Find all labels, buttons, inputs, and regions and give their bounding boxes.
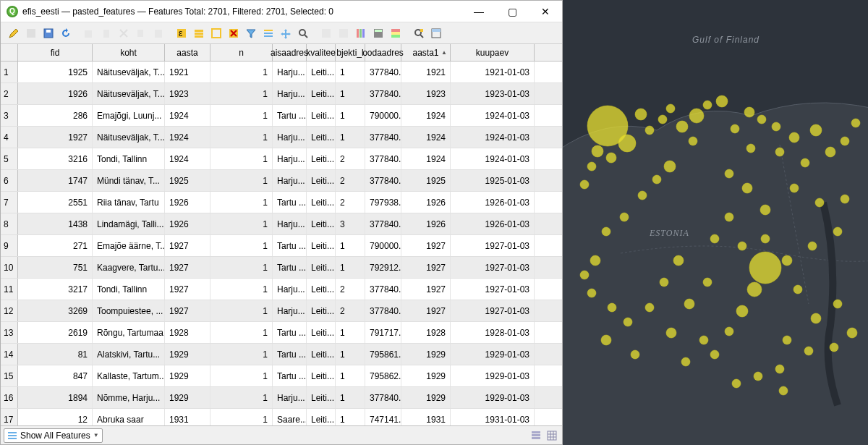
- table-row[interactable]: 81438Lindamägi, Talli...19261Harju...Lei…: [1, 213, 562, 235]
- cell-aasta[interactable]: 1929: [165, 365, 210, 386]
- cell-obj[interactable]: 1: [336, 83, 365, 104]
- cell-fid[interactable]: 3269: [18, 300, 93, 321]
- table-row[interactable]: 132619Rõngu, Tartumaa19281Tartu ...Leiti…: [1, 322, 562, 344]
- field-calc-icon[interactable]: [370, 25, 386, 41]
- column-header-kuup[interactable]: kuupaev: [451, 44, 535, 61]
- cell-a1[interactable]: 1925: [401, 170, 451, 191]
- cell-obj[interactable]: 2: [336, 279, 365, 300]
- cell-kval[interactable]: Leiti...: [307, 300, 336, 321]
- cell-obj[interactable]: 1: [336, 62, 365, 82]
- cell-aasta[interactable]: 1927: [165, 279, 210, 300]
- cell-aasta[interactable]: 1927: [165, 257, 210, 278]
- cell-fid[interactable]: 1438: [18, 213, 93, 234]
- cell-aasta[interactable]: 1928: [165, 322, 210, 343]
- cell-obj[interactable]: 2: [336, 300, 365, 321]
- cell-fid[interactable]: 1747: [18, 170, 93, 191]
- cell-kuup[interactable]: 1924-01-03: [451, 127, 535, 148]
- minimize-button[interactable]: —: [462, 1, 495, 22]
- cell-aisa[interactable]: Harju...: [273, 170, 307, 191]
- cell-kval[interactable]: Leiti...: [307, 409, 336, 425]
- cell-n[interactable]: 1: [210, 105, 273, 126]
- cell-koda[interactable]: 792912...: [365, 257, 401, 278]
- cell-kuup[interactable]: 1927-01-03: [451, 235, 535, 256]
- row-number[interactable]: 8: [1, 213, 18, 234]
- row-number[interactable]: 13: [1, 322, 18, 343]
- table-row[interactable]: 113217Tondi, Tallinn19271Harju...Leiti..…: [1, 279, 562, 300]
- cell-aisa[interactable]: Harju...: [273, 127, 307, 148]
- cell-fid[interactable]: 3217: [18, 279, 93, 300]
- cell-aasta[interactable]: 1923: [165, 83, 210, 104]
- form-view-icon[interactable]: [529, 428, 543, 443]
- cell-a1[interactable]: 1924: [401, 105, 451, 126]
- row-number[interactable]: 1: [1, 62, 18, 82]
- row-number[interactable]: 4: [1, 127, 18, 148]
- cell-koda[interactable]: 377840...: [365, 62, 401, 82]
- column-header-koda[interactable]: oodaadres: [365, 44, 401, 61]
- cell-aisa[interactable]: Tartu ...: [273, 322, 307, 343]
- cell-koda[interactable]: 377840...: [365, 300, 401, 321]
- column-header-fid[interactable]: fid: [18, 44, 93, 61]
- cell-koda[interactable]: 377840...: [365, 213, 401, 234]
- cell-kuup[interactable]: 1926-01-03: [451, 192, 535, 213]
- cell-a1[interactable]: 1927: [401, 279, 451, 300]
- cell-fid[interactable]: 286: [18, 105, 93, 126]
- cell-koht[interactable]: Rõngu, Tartumaa: [93, 322, 165, 343]
- conditional-format-icon[interactable]: [388, 25, 404, 41]
- cell-a1[interactable]: 1924: [401, 148, 451, 169]
- column-header-aasta[interactable]: aasta: [165, 44, 210, 61]
- cell-kval[interactable]: Leiti...: [307, 148, 336, 169]
- cell-aasta[interactable]: 1929: [165, 387, 210, 408]
- column-header-aisa[interactable]: aisaadres: [273, 44, 307, 61]
- cell-kval[interactable]: Leiti...: [307, 105, 336, 126]
- cell-fid[interactable]: 1926: [18, 83, 93, 104]
- cell-koda[interactable]: 377840...: [365, 148, 401, 169]
- cell-aasta[interactable]: 1921: [165, 62, 210, 82]
- pan-selected-icon[interactable]: [278, 25, 294, 41]
- cell-koda[interactable]: 795862...: [365, 365, 401, 386]
- row-number[interactable]: 2: [1, 83, 18, 104]
- table-row[interactable]: 53216Tondi, Tallinn19241Harju...Leiti...…: [1, 148, 562, 170]
- table-row[interactable]: 9271Emajõe äärne, T...19271Tartu ...Leit…: [1, 235, 562, 257]
- cell-kval[interactable]: Leiti...: [307, 62, 336, 82]
- cell-a1[interactable]: 1923: [401, 83, 451, 104]
- table-row[interactable]: 3286Emajõgi, Luunj...19241Tartu ...Leiti…: [1, 105, 562, 127]
- cell-aisa[interactable]: Tartu ...: [273, 257, 307, 278]
- cell-a1[interactable]: 1929: [401, 344, 451, 365]
- filter-icon[interactable]: [243, 25, 259, 41]
- cell-koda[interactable]: 791717...: [365, 322, 401, 343]
- cell-a1[interactable]: 1926: [401, 213, 451, 234]
- row-number[interactable]: 10: [1, 257, 18, 278]
- cell-fid[interactable]: 271: [18, 235, 93, 256]
- row-number[interactable]: 15: [1, 365, 18, 386]
- table-row[interactable]: 10751Kaagvere, Tartu...19271Tartu ...Lei…: [1, 257, 562, 279]
- close-button[interactable]: ✕: [529, 1, 562, 22]
- cell-obj[interactable]: 1: [336, 387, 365, 408]
- row-number[interactable]: 17: [1, 409, 18, 425]
- filter-mode-combo[interactable]: Show All Features ▼: [4, 428, 103, 443]
- cell-aasta[interactable]: 1924: [165, 127, 210, 148]
- cell-aisa[interactable]: Harju...: [273, 62, 307, 82]
- cell-n[interactable]: 1: [210, 365, 273, 386]
- cell-obj[interactable]: 1: [336, 257, 365, 278]
- cell-kval[interactable]: Leiti...: [307, 344, 336, 365]
- select-expr-icon[interactable]: ε: [174, 25, 190, 41]
- cell-koht[interactable]: Kallaste, Tartum...: [93, 365, 165, 386]
- cell-n[interactable]: 1: [210, 257, 273, 278]
- zoom-selected-icon[interactable]: [295, 25, 311, 41]
- cell-a1[interactable]: 1928: [401, 322, 451, 343]
- cell-a1[interactable]: 1931: [401, 409, 451, 425]
- row-number[interactable]: 9: [1, 235, 18, 256]
- cell-kuup[interactable]: 1924-01-03: [451, 148, 535, 169]
- cell-koda[interactable]: 790000...: [365, 235, 401, 256]
- table-row[interactable]: 15847Kallaste, Tartum...19291Tartu ...Le…: [1, 365, 562, 387]
- column-header-kval[interactable]: kvalitee: [307, 44, 336, 61]
- cell-n[interactable]: 1: [210, 300, 273, 321]
- cell-kuup[interactable]: 1929-01-03: [451, 365, 535, 386]
- cell-aisa[interactable]: Tartu ...: [273, 235, 307, 256]
- cell-fid[interactable]: 751: [18, 257, 93, 278]
- cell-koda[interactable]: 797938...: [365, 192, 401, 213]
- cell-n[interactable]: 1: [210, 170, 273, 191]
- table-row[interactable]: 11925Näituseväljak, T...19211Harju...Lei…: [1, 62, 562, 83]
- cell-fid[interactable]: 1927: [18, 127, 93, 148]
- cell-koda[interactable]: 790000...: [365, 105, 401, 126]
